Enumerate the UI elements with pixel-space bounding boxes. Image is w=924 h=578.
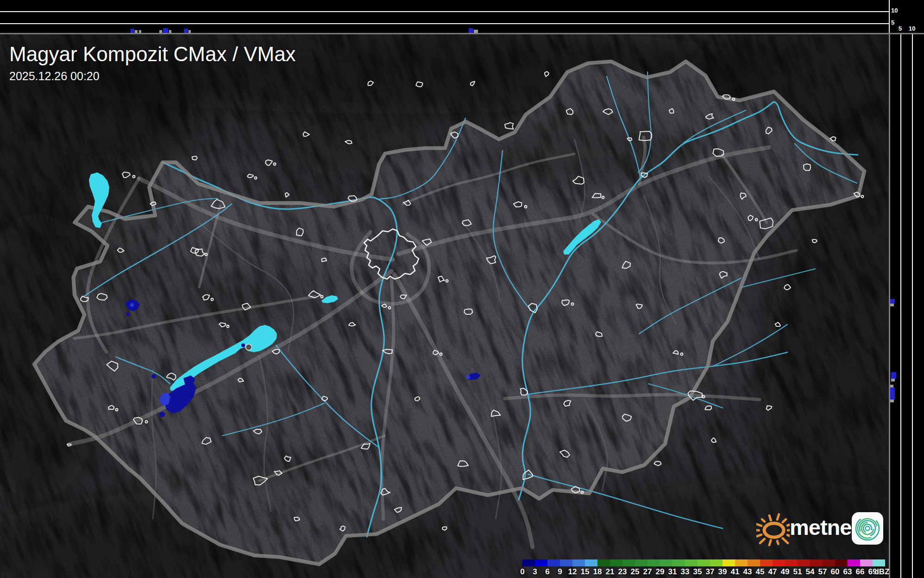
map-top-edge <box>0 33 924 34</box>
radar-echo <box>241 343 245 347</box>
radar-echo <box>151 374 156 379</box>
legend-cell <box>622 559 635 566</box>
projection-echo-mark <box>469 28 473 33</box>
legend-cell <box>660 559 673 566</box>
projection-echo-mark <box>891 372 896 379</box>
legend-cell <box>723 559 735 566</box>
tihany-peninsula <box>246 344 252 350</box>
title-block: Magyar Kompozit CMax / VMax 2025.12.26 0… <box>9 44 296 82</box>
legend-cell <box>860 559 873 566</box>
radar-map <box>0 33 889 578</box>
legend-cell <box>798 559 810 566</box>
projection-echo-mark <box>890 400 894 402</box>
projection-echo-mark <box>891 379 895 381</box>
legend-cell <box>748 559 760 566</box>
radar-page: { "header": { "title": "Magyar Kompozit … <box>0 0 924 578</box>
legend-cell <box>685 559 698 566</box>
right-projection-panel <box>889 33 924 578</box>
legend-cell <box>823 559 835 566</box>
projection-echo-mark <box>474 30 478 33</box>
projection-echo-mark <box>131 29 134 33</box>
legend-cell <box>572 559 585 566</box>
projection-echo-mark <box>184 29 188 33</box>
height-axis-label-5: 5 <box>891 19 894 25</box>
width-axis-label-5: 5 <box>899 25 902 32</box>
app-spiral-icon <box>851 512 884 546</box>
legend-cell <box>698 559 710 566</box>
timestamp: 2025.12.26 00:20 <box>9 70 296 82</box>
height-gridline-10km <box>0 11 889 12</box>
height-axis-label-10: 10 <box>891 7 898 13</box>
legend-cell <box>585 559 597 566</box>
legend-cell <box>835 559 848 566</box>
radar-echo <box>126 312 130 316</box>
legend-unit: dBZ <box>873 567 891 577</box>
projection-echo-mark <box>890 304 894 306</box>
projection-echo-mark <box>890 387 895 400</box>
legend-cell <box>848 559 860 566</box>
logo-text: metnet <box>790 514 858 540</box>
width-axis-label-10: 10 <box>909 25 915 32</box>
legend-cell <box>710 559 723 566</box>
map-right-edge <box>889 34 890 578</box>
sun-icon <box>756 506 790 549</box>
legend-cell <box>522 559 535 566</box>
projection-echo-mark <box>163 28 168 33</box>
height-gridline-10km-vertical <box>912 34 913 578</box>
radar-echo <box>130 303 134 307</box>
legend-cell <box>547 559 560 566</box>
legend-cell <box>773 559 785 566</box>
metnet-logo: metnet <box>756 506 886 549</box>
height-gridline-5km <box>0 23 889 24</box>
legend-cell <box>810 559 823 566</box>
legend-cell <box>760 559 773 566</box>
top-projection-panel <box>0 0 924 33</box>
panel-divider <box>889 0 890 33</box>
legend-cell <box>673 559 685 566</box>
legend-cell <box>873 559 885 566</box>
projection-echo-mark <box>890 299 895 304</box>
page-title: Magyar Kompozit CMax / VMax <box>9 44 296 65</box>
legend-cell <box>735 559 748 566</box>
height-gridline-5km-vertical <box>900 34 901 578</box>
legend-cell <box>560 559 572 566</box>
legend-cell <box>635 559 647 566</box>
radar-echo <box>159 412 165 417</box>
legend-cell <box>597 559 610 566</box>
legend-cell <box>535 559 547 566</box>
legend-cell <box>785 559 798 566</box>
legend-cell <box>647 559 660 566</box>
legend-cell <box>610 559 622 566</box>
